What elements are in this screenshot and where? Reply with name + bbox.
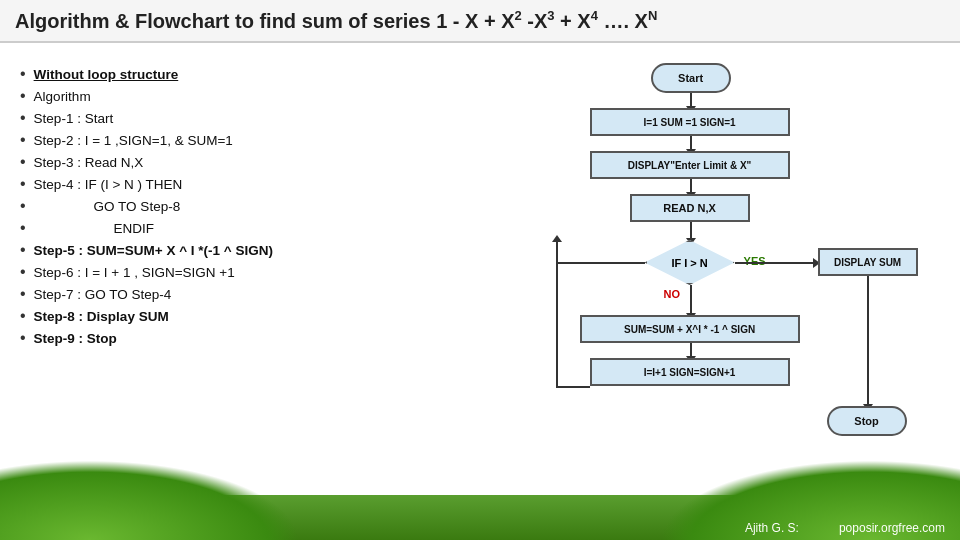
fc-start: Start xyxy=(651,63,731,93)
fc-no-label: NO xyxy=(664,288,681,300)
footer: Ajith G. S: poposir.orgfree.com xyxy=(745,521,945,535)
arrow-init-display xyxy=(690,136,692,151)
list-item-step7: Step-7 : GO TO Step-4 xyxy=(20,283,451,305)
fc-read: READ N,X xyxy=(630,194,750,222)
list-item-header2: Algorithm xyxy=(20,85,451,107)
main-content: Without loop structure Algorithm Step-1 … xyxy=(0,48,960,495)
fc-sum-update: SUM=SUM + X^I * -1 ^ SIGN xyxy=(580,315,800,343)
page-title: Algorithm & Flowchart to find sum of ser… xyxy=(15,8,945,33)
list-item-step4b: ENDIF xyxy=(20,217,451,239)
arrow-start-init xyxy=(690,93,692,108)
algorithm-list: Without loop structure Algorithm Step-1 … xyxy=(20,63,451,349)
list-item-step2: Step-2 : I = 1 ,SIGN=1, & SUM=1 xyxy=(20,129,451,151)
list-item-step8: Step-8 : Display SUM xyxy=(20,305,451,327)
title-bar: Algorithm & Flowchart to find sum of ser… xyxy=(0,0,960,43)
arrow-sum-increment xyxy=(690,343,692,358)
grass-left xyxy=(0,460,300,540)
list-item-step1: Step-1 : Start xyxy=(20,107,451,129)
list-item-step4: Step-4 : IF (I > N ) THEN xyxy=(20,173,451,195)
list-item-step4a: GO TO Step-8 xyxy=(20,195,451,217)
arrow-back-h2 xyxy=(556,262,645,264)
fc-display-sum: DISPLAY SUM xyxy=(818,248,918,276)
fc-yes-label: YES xyxy=(744,255,766,267)
arrow-display-read xyxy=(690,179,692,194)
footer-website: poposir.orgfree.com xyxy=(839,521,945,535)
algorithm-panel: Without loop structure Algorithm Step-1 … xyxy=(10,58,461,490)
fc-decision-wrap: IF I > N xyxy=(645,240,735,285)
arrow-read-decision xyxy=(690,222,692,240)
arrow-back-h1 xyxy=(556,386,590,388)
fc-stop: Stop xyxy=(827,406,907,436)
flowchart: Start I=1 SUM =1 SIGN=1 DISPLAY"Enter Li… xyxy=(496,63,916,483)
fc-init: I=1 SUM =1 SIGN=1 xyxy=(590,108,790,136)
arrow-no-sum xyxy=(690,285,692,315)
list-item-step6: Step-6 : I = I + 1 , SIGN=SIGN +1 xyxy=(20,261,451,283)
fc-display-enter: DISPLAY"Enter Limit & X" xyxy=(590,151,790,179)
fc-increment: I=I+1 SIGN=SIGN+1 xyxy=(590,358,790,386)
flowchart-panel: Start I=1 SUM =1 SIGN=1 DISPLAY"Enter Li… xyxy=(461,58,950,490)
arrow-display-stop xyxy=(867,276,869,406)
fc-decision: IF I > N xyxy=(645,240,735,285)
footer-author: Ajith G. S: xyxy=(745,521,799,535)
list-item-step9: Step-9 : Stop xyxy=(20,327,451,349)
arrow-yes xyxy=(735,262,815,264)
list-item-header1: Without loop structure xyxy=(20,63,451,85)
list-item-step5: Step-5 : SUM=SUM+ X ^ I *(-1 ^ SIGN) xyxy=(20,239,451,261)
list-item-step3: Step-3 : Read N,X xyxy=(20,151,451,173)
